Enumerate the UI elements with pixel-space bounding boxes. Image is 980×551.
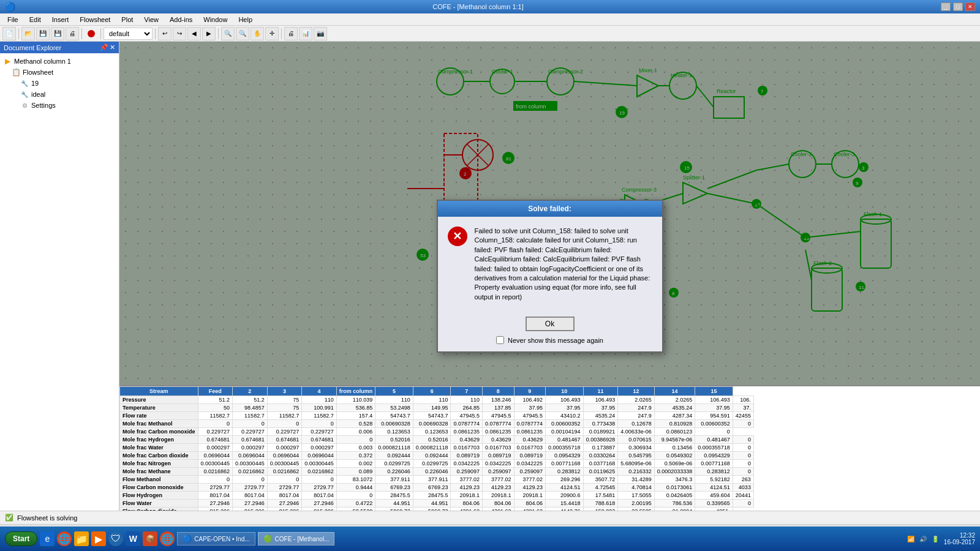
- toolbar-dropdown[interactable]: default: [104, 28, 153, 40]
- solve-dialog-body: ✕ Failed to solve unit Column_158: faile…: [438, 217, 662, 312]
- cell-value: 0: [198, 420, 233, 428]
- tree-root[interactable]: ▶ Methanol column 1: [2, 56, 116, 67]
- cell-value: 4124.51: [546, 484, 584, 492]
- taskbar-word[interactable]: W: [126, 531, 140, 546]
- flowsheet-canvas[interactable]: Compressor-1 Cooler-1 Compressor-2 from …: [119, 42, 980, 511]
- toolbar-b1[interactable]: ◀: [187, 27, 201, 40]
- row-label: Flow Water: [120, 500, 198, 508]
- cell-value: 0.0787774: [451, 420, 483, 428]
- cell-value: 788.618: [583, 500, 618, 508]
- menu-addins[interactable]: Add-ins: [165, 15, 197, 24]
- cell-value: 6769.23: [413, 484, 451, 492]
- close-btn[interactable]: ✕: [965, 2, 975, 11]
- toolbar-zoom-out[interactable]: 🔍: [236, 27, 249, 40]
- status-icon: ✅: [5, 514, 13, 522]
- toolbar-camera[interactable]: 📷: [314, 27, 327, 40]
- tree-19[interactable]: 🔧 19: [20, 78, 116, 89]
- cell-value: 4301.62: [482, 508, 514, 511]
- cell-value: 0.674681: [233, 436, 268, 444]
- cell-value: 0: [233, 420, 268, 428]
- cell-value: 3507.72: [583, 476, 618, 484]
- toolbar-redo[interactable]: ↪: [173, 27, 186, 40]
- doc-explorer-title: Document Explorer: [4, 44, 61, 51]
- table-row: Mole frac Methanol00000.5280.006903280.0…: [120, 420, 754, 428]
- taskbar-ie[interactable]: e: [40, 531, 55, 546]
- toolbar-save2[interactable]: 💾: [51, 27, 64, 40]
- cell-value: 0.528: [336, 420, 375, 428]
- taskbar-folder[interactable]: 📁: [74, 531, 89, 546]
- menu-insert[interactable]: Insert: [47, 15, 74, 24]
- toolbar-undo[interactable]: ↩: [158, 27, 172, 40]
- tree-settings[interactable]: ⚙ Settings: [20, 100, 116, 111]
- toolbar-stop[interactable]: [85, 27, 98, 40]
- toolbar-print[interactable]: 🖨: [66, 27, 79, 40]
- cell-value: 91.0994: [654, 508, 695, 511]
- toolbar-hand[interactable]: ✋: [251, 27, 264, 40]
- menu-view[interactable]: View: [139, 15, 164, 24]
- cell-value: 0.9444: [336, 484, 375, 492]
- table-row: Flow Water27.294627.294627.294627.29460.…: [120, 500, 754, 508]
- tree-ideal[interactable]: 🔧 ideal: [20, 89, 116, 100]
- toolbar: 📄 📂 💾 💾 🖨 default ↩ ↪ ◀ ▶ 🔍 🔍 ✋ ✛ 🖨 📊 📷: [0, 26, 980, 42]
- row-label: Mole frac Carbon dioxide: [120, 452, 198, 460]
- toolbar-new[interactable]: 📄: [2, 27, 16, 40]
- taskbar-media[interactable]: ▶: [91, 531, 106, 546]
- toolbar-print2[interactable]: 🖨: [284, 27, 298, 40]
- tree-flowsheet[interactable]: 📋 Flowsheet: [11, 67, 116, 78]
- cell-value: 0.229727: [267, 428, 302, 436]
- cape-icon: 🔵: [183, 534, 192, 543]
- menu-edit[interactable]: Edit: [24, 15, 46, 24]
- cell-value: 110: [375, 396, 413, 404]
- taskbar-app1[interactable]: 📦: [143, 531, 157, 546]
- col-5: 5: [375, 387, 413, 396]
- menu-flowsheet[interactable]: Flowsheet: [75, 15, 115, 24]
- table-row: Mole frac Hydrogen0.6746810.6746810.6746…: [120, 436, 754, 444]
- toolbar-cross[interactable]: ✛: [265, 27, 279, 40]
- canvas-area[interactable]: Compressor-1 Cooler-1 Compressor-2 from …: [119, 42, 980, 511]
- menu-plot[interactable]: Plot: [116, 15, 138, 24]
- taskbar-cofe[interactable]: 🟢 COFE - [Methanol...: [258, 532, 335, 545]
- row-label: Mole frac Methanol: [120, 420, 198, 428]
- cell-value: 20918.1: [482, 492, 514, 500]
- start-button[interactable]: Start: [5, 531, 37, 546]
- menu-file[interactable]: File: [2, 15, 23, 24]
- menu-help[interactable]: Help: [233, 15, 257, 24]
- cell-value: 158.883: [583, 508, 618, 511]
- toolbar-save[interactable]: 💾: [36, 27, 50, 40]
- cell-value: 0.43629: [514, 436, 546, 444]
- tray-network: 📶: [907, 536, 914, 542]
- cell-value: 0.00386928: [583, 436, 618, 444]
- cell-value: 0.43629: [482, 436, 514, 444]
- cell-value: 23.5505: [618, 508, 655, 511]
- error-icon: ✕: [448, 227, 467, 246]
- taskbar-shield[interactable]: 🛡: [108, 531, 123, 546]
- toolbar-b2[interactable]: ▶: [202, 27, 216, 40]
- cell-value: 0.00300445: [198, 460, 233, 468]
- cell-value: 2.00195: [618, 500, 655, 508]
- cell-value: 815.206: [267, 508, 302, 511]
- cell-value: 17.5055: [618, 492, 655, 500]
- toolbar-export[interactable]: 📊: [299, 27, 312, 40]
- maximize-btn[interactable]: □: [953, 2, 963, 11]
- doc-explorer-close[interactable]: ✕: [110, 43, 115, 51]
- cell-value: 27.2946: [267, 500, 302, 508]
- data-table-container[interactable]: Stream Feed 2 3 4 from column 5 6 7 8 9 …: [119, 385, 980, 511]
- ok-button[interactable]: Ok: [526, 317, 575, 331]
- taskbar-chrome[interactable]: 🌐: [57, 531, 72, 546]
- never-show-checkbox[interactable]: [496, 336, 504, 344]
- taskbar-cape-open[interactable]: 🔵 CAPE-OPEN • Ind...: [177, 532, 255, 545]
- doc-explorer-pin[interactable]: 📌: [100, 43, 108, 51]
- minimize-btn[interactable]: _: [941, 2, 951, 11]
- cell-value: 0.089: [336, 468, 375, 476]
- cell-value: 0.0167703: [514, 444, 546, 452]
- toolbar-open[interactable]: 📂: [21, 27, 35, 40]
- toolbar-zoom-in[interactable]: 🔍: [221, 27, 235, 40]
- cell-value: 42455: [733, 412, 753, 420]
- taskbar-chrome2[interactable]: 🌐: [160, 531, 175, 546]
- menu-window[interactable]: Window: [198, 15, 232, 24]
- row-label: Mole frac Hydrogen: [120, 436, 198, 444]
- cell-value: 0.226046: [375, 468, 413, 476]
- window-controls[interactable]: _ □ ✕: [941, 2, 975, 11]
- cell-value: 0.259097: [482, 468, 514, 476]
- cell-value: 0.674681: [267, 436, 302, 444]
